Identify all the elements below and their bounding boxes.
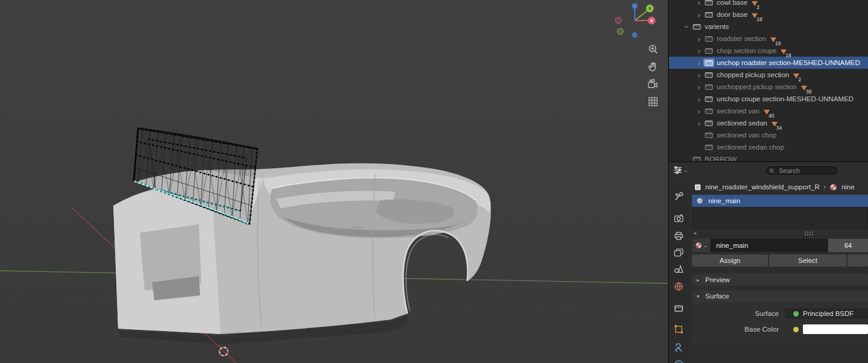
tab-world-icon[interactable] — [673, 281, 684, 292]
properties-tab-strip[interactable] — [669, 179, 688, 363]
expand-arrow-icon[interactable] — [694, 83, 703, 91]
object-data-icon — [693, 183, 702, 191]
outliner-row[interactable]: chop section coupe 18 — [669, 45, 868, 57]
filter-expand-icon[interactable]: ▸ — [694, 230, 697, 236]
gizmo-axis-x-neg — [615, 17, 621, 24]
gizmo-x-label: X — [650, 18, 653, 24]
mesh-count-badge: 38 — [801, 84, 813, 90]
expand-arrow-icon[interactable] — [694, 11, 703, 19]
outliner-row[interactable]: varients — [669, 21, 868, 33]
expand-arrow-icon[interactable] — [694, 95, 703, 103]
mesh-count-badge: 40 — [764, 108, 775, 115]
expand-arrow-icon[interactable] — [694, 0, 703, 7]
expand-arrow-icon[interactable] — [694, 107, 703, 115]
outliner-row[interactable]: sectioned van chop — [669, 129, 868, 141]
tab-view-layer-icon[interactable] — [673, 247, 684, 258]
outliner-row[interactable]: sectioned van 40 — [669, 105, 868, 117]
outliner-row[interactable]: sectioned sedan chop — [669, 141, 868, 153]
select-button[interactable]: Select — [769, 254, 846, 267]
resize-grip[interactable] — [804, 231, 814, 235]
expand-arrow-icon[interactable] — [694, 59, 703, 67]
tab-tool-icon[interactable] — [673, 191, 684, 202]
outliner-row-selected[interactable]: unchop roadster section-MESHED-UNNAMED — [669, 57, 868, 69]
material-slot-name: nine_main — [708, 197, 740, 204]
collection-icon — [703, 71, 714, 79]
breadcrumb: nine_roadster_windshield_support_R nine — [688, 179, 868, 195]
material-users-count[interactable]: 64 — [828, 239, 868, 252]
panel-surface-header[interactable]: Surface — [692, 290, 868, 302]
outliner-row[interactable]: roadster section 19 — [669, 33, 868, 45]
mesh-count-badge: 2 — [752, 0, 761, 6]
tab-render-icon[interactable] — [673, 213, 684, 224]
expand-arrow-icon[interactable] — [694, 47, 703, 55]
panel-preview-header[interactable]: Preview — [692, 274, 868, 286]
tab-output-icon[interactable] — [673, 230, 684, 241]
gizmo-axis-y-neg — [617, 28, 623, 34]
tab-physics-icon[interactable] — [673, 359, 684, 363]
panel-surface-body: Surface Principled BSDF Base Color — [692, 302, 868, 343]
surface-label: Surface — [692, 310, 785, 317]
material-sphere-icon — [829, 183, 838, 191]
outliner-row[interactable]: door base 18 — [669, 8, 868, 21]
outliner-row[interactable]: cowl base 2 — [669, 0, 868, 8]
expand-arrow-icon[interactable] — [694, 35, 703, 43]
panel-expanded-icon — [697, 294, 702, 299]
panel-collapsed-icon — [697, 277, 702, 283]
zoom-icon[interactable] — [646, 42, 659, 55]
properties-search[interactable] — [764, 165, 839, 176]
collection-icon — [703, 83, 714, 91]
gizmo-y-label: Y — [648, 6, 652, 11]
outliner-row[interactable]: chopped pickup section 2 — [669, 69, 868, 81]
base-color-label: Base Color — [692, 326, 785, 333]
breadcrumb-material[interactable]: nine — [841, 183, 855, 191]
chevron-right-icon — [823, 183, 826, 191]
outliner-editor[interactable]: cowl base 2 door base 18 varients roadst… — [669, 0, 868, 162]
tab-modifiers-icon[interactable] — [673, 342, 684, 353]
mesh-count-badge: 18 — [781, 48, 792, 54]
tab-object-icon[interactable] — [673, 324, 684, 335]
tab-collection-icon[interactable] — [673, 303, 684, 314]
mesh-count-badge: 34 — [772, 120, 783, 127]
chevron-down-icon: ⌄ — [684, 167, 688, 173]
material-slot-active[interactable]: nine_main — [692, 195, 868, 207]
breadcrumb-object[interactable]: nine_roadster_windshield_support_R — [705, 183, 820, 191]
collection-icon — [703, 34, 714, 43]
pan-hand-icon[interactable] — [646, 60, 659, 73]
tab-scene-icon[interactable] — [673, 264, 684, 274]
expand-arrow-icon[interactable] — [694, 71, 703, 79]
editor-type-button[interactable]: ⌄ — [673, 166, 688, 174]
material-browse-button[interactable]: ⌄ — [692, 239, 711, 252]
material-name-field[interactable]: nine_main — [711, 239, 828, 252]
expand-arrow-icon[interactable] — [694, 119, 703, 127]
material-slot-list[interactable]: nine_main — [692, 195, 868, 229]
outliner-row[interactable]: unchop coupe section-MESHED-UNNAMED — [669, 93, 868, 105]
collection-icon — [703, 10, 714, 19]
collection-icon — [703, 131, 714, 139]
mesh-count-badge: 18 — [752, 11, 763, 18]
shader-socket-icon — [793, 311, 799, 317]
collection-icon — [703, 58, 714, 67]
camera-view-icon[interactable] — [646, 77, 659, 90]
gizmo-axis-z — [632, 4, 638, 9]
color-socket-icon — [793, 327, 799, 332]
material-sphere-icon — [696, 197, 704, 205]
orthographic-grid-icon[interactable] — [646, 95, 659, 108]
collection-icon — [703, 143, 714, 151]
deselect-button-clipped[interactable] — [848, 254, 868, 267]
assign-button[interactable]: Assign — [692, 254, 768, 267]
search-icon — [769, 168, 775, 174]
outliner-row[interactable]: BORROW — [669, 153, 868, 162]
collapse-arrow-icon[interactable] — [682, 23, 691, 31]
properties-header: ⌄ — [669, 162, 868, 179]
material-datablock: ⌄ nine_main 64 — [692, 239, 868, 252]
properties-editor[interactable]: ⌄ nine_roadster_windshield_support_R — [669, 162, 868, 363]
viewport-3d[interactable]: X Y — [0, 0, 669, 363]
gizmo-axis-z-neg — [632, 33, 638, 38]
outliner-row[interactable]: unchopped pickup section 38 — [669, 81, 868, 93]
surface-shader-dropdown[interactable]: Principled BSDF — [785, 308, 868, 319]
search-input[interactable] — [778, 166, 834, 175]
outliner-row[interactable]: sectioned sedan 34 — [669, 117, 868, 129]
collection-icon — [703, 119, 714, 127]
collection-icon — [703, 46, 714, 55]
base-color-swatch[interactable] — [803, 324, 868, 334]
